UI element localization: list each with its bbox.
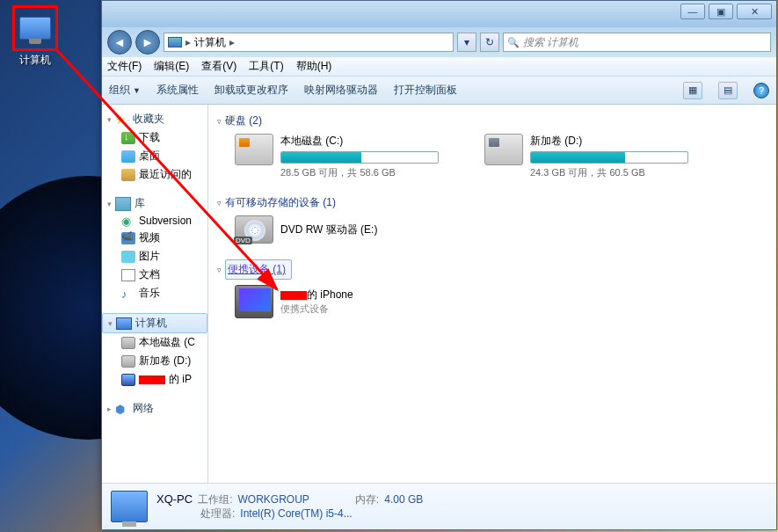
maximize-button[interactable]: ▣ [709,4,733,19]
details-pane: XQ-PC 工作组: WORKGROUP 内存: 4.00 GB 处理器: In… [102,483,776,529]
explorer-window: — ▣ ✕ ◄ ► ▸ 计算机 ▸ ▾ ↻ 搜索 计算机 文件(F) 编辑(E)… [101,0,777,530]
drive-name: 新加卷 (D:) [530,134,713,149]
recent-icon [121,169,135,181]
menu-tools[interactable]: 工具(T) [249,59,283,74]
menu-file[interactable]: 文件(F) [107,59,142,74]
redacted-text [280,291,307,300]
desktop-computer-label: 计算机 [12,53,58,68]
menu-edit[interactable]: 编辑(E) [154,59,189,74]
sidebar-item-desktop[interactable]: 桌面 [102,147,207,165]
menu-help[interactable]: 帮助(H) [296,59,332,74]
forward-button[interactable]: ► [135,30,160,55]
star-icon: ★ [115,113,129,126]
group-hard-drives[interactable]: ▿硬盘 (2) [217,110,767,134]
help-button[interactable]: ? [753,83,769,98]
drive-name: 本地磁盘 (C:) [280,134,463,149]
capacity-bar [530,151,688,164]
dvd-drive[interactable]: DVD RW 驱动器 (E:) [217,215,767,244]
address-row: ◄ ► ▸ 计算机 ▸ ▾ ↻ 搜索 计算机 [102,27,776,57]
redacted-text [139,375,165,384]
iphone-device-icon [235,285,273,318]
search-input[interactable]: 搜索 计算机 [503,33,771,52]
sidebar-item-subversion[interactable]: ◉Subversion [102,213,207,229]
toolbar: 组织 ▼ 系统属性 卸载或更改程序 映射网络驱动器 打开控制面板 ▦ ▤ ? [102,77,776,105]
menu-view[interactable]: 查看(V) [201,59,236,74]
sidebar-item-drive-d[interactable]: 新加卷 (D:) [102,352,207,370]
drive-stats: 24.3 GB 可用，共 60.5 GB [530,166,713,179]
cpu-value: Intel(R) Core(TM) i5-4... [240,506,352,521]
toolbar-uninstall[interactable]: 卸载或更改程序 [214,83,288,98]
sidebar-item-music[interactable]: ♪音乐 [102,284,207,302]
hdd-icon [121,355,135,368]
hdd-icon [484,134,523,165]
desktop-icon [121,150,135,163]
group-removable[interactable]: ▿有可移动存储的设备 (1) [217,192,767,215]
triangle-down-icon: ▿ [217,199,222,208]
sidebar-favorites[interactable]: ▾★收藏夹 [102,110,207,128]
drive-d[interactable]: 新加卷 (D:) 24.3 GB 可用，共 60.5 GB [484,134,713,179]
memory-label: 内存: [355,492,379,506]
capacity-bar [280,151,439,164]
drive-stats: 28.5 GB 可用，共 58.6 GB [280,166,463,179]
video-icon [121,232,135,244]
sidebar-computer[interactable]: ▾计算机 [102,313,207,333]
sidebar-item-drive-c[interactable]: 本地磁盘 (C [102,333,207,352]
iphone-device[interactable]: 的 iPhone 便携式设备 [217,285,767,318]
download-icon [121,132,135,144]
refresh-button[interactable]: ↻ [480,33,499,52]
sidebar-item-recent[interactable]: 最近访问的 [102,165,207,184]
sidebar-item-downloads[interactable]: 下载 [102,128,207,147]
document-icon [121,269,135,281]
picture-icon [121,251,135,263]
toolbar-organize[interactable]: 组织 ▼ [109,83,141,98]
pc-name: XQ-PC [156,492,193,506]
address-dropdown-button[interactable]: ▾ [457,33,476,52]
triangle-down-icon: ▿ [217,266,222,274]
back-button[interactable]: ◄ [107,30,132,55]
chevron-right-icon: ▸ [185,36,191,48]
drive-c[interactable]: 本地磁盘 (C:) 28.5 GB 可用，共 58.6 GB [235,134,463,179]
chevron-down-icon: ▾ [107,115,112,124]
sidebar-item-pictures[interactable]: 图片 [102,247,207,266]
chevron-down-icon: ▼ [133,86,141,95]
network-icon: ⬢ [115,403,129,415]
menubar: 文件(F) 编辑(E) 查看(V) 工具(T) 帮助(H) [102,57,776,77]
chevron-down-icon: ▾ [107,200,112,208]
device-name: 的 iPhone [280,288,353,302]
cpu-label: 处理器: [200,506,235,521]
desktop-computer-icon[interactable] [12,5,58,51]
chevron-down-icon: ▾ [108,319,113,328]
address-bar[interactable]: ▸ 计算机 ▸ [164,33,454,52]
sidebar-network[interactable]: ▸⬢网络 [102,399,207,418]
sidebar-item-videos[interactable]: 视频 [102,229,207,247]
memory-value: 4.00 GB [384,492,423,506]
workgroup-label: 工作组: [198,492,232,506]
triangle-down-icon: ▿ [217,117,222,126]
close-button[interactable]: ✕ [737,4,772,19]
toolbar-control-panel[interactable]: 打开控制面板 [394,83,457,98]
toolbar-map-drive[interactable]: 映射网络驱动器 [304,83,378,98]
content-pane: ▿硬盘 (2) 本地磁盘 (C:) 28.5 GB 可用，共 58.6 GB 新… [208,105,776,483]
music-icon: ♪ [121,288,135,300]
iphone-icon [121,374,135,386]
hdd-icon [121,337,135,349]
group-portable[interactable]: ▿便携设备 (1) [217,256,767,285]
breadcrumb-computer[interactable]: 计算机 [194,35,226,50]
chevron-right-icon[interactable]: ▸ [229,36,235,48]
view-mode-button[interactable]: ▦ [683,82,702,99]
sidebar-item-iphone[interactable]: 的 iP [102,370,207,389]
toolbar-properties[interactable]: 系统属性 [156,83,199,98]
titlebar: — ▣ ✕ [102,1,776,27]
library-icon [115,197,131,211]
computer-icon [116,317,132,330]
minimize-button[interactable]: — [680,4,705,19]
chevron-right-icon: ▸ [107,404,112,413]
workgroup-value: WORKGROUP [238,492,309,506]
subversion-icon: ◉ [121,215,135,227]
sidebar-item-documents[interactable]: 文档 [102,266,207,284]
preview-pane-button[interactable]: ▤ [718,82,738,99]
navigation-pane: ▾★收藏夹 下载 桌面 最近访问的 ▾库 ◉Subversion 视频 图片 文… [102,105,208,483]
sidebar-libraries[interactable]: ▾库 [102,194,207,213]
computer-icon [168,37,182,47]
device-name: DVD RW 驱动器 (E:) [280,222,377,237]
